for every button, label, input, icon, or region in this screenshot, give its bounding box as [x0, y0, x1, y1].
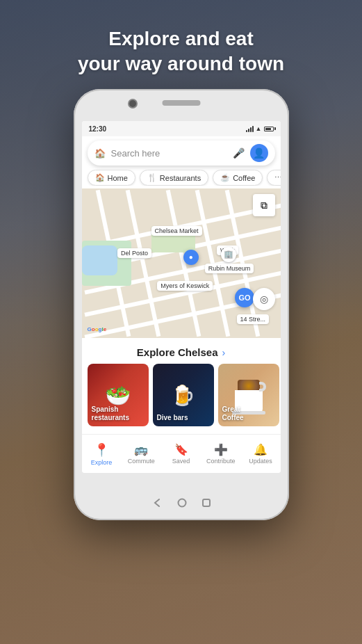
nav-contribute[interactable]: ➕ Contribute — [201, 439, 240, 469]
filter-restaurants[interactable]: 🍴 Restaurants — [140, 170, 208, 186]
explore-title: Explore Chelsea — [137, 346, 218, 358]
category-cards: 🥗 Spanishrestaurants 🍺 Dive bars — [82, 364, 281, 426]
google-logo: Google — [88, 326, 107, 332]
nav-saved[interactable]: 🔖 Saved — [161, 439, 201, 469]
explore-nav-icon: 📍 — [94, 442, 109, 458]
explore-nav-label: Explore — [91, 459, 113, 466]
wifi-icon: ▲ — [256, 125, 262, 132]
status-time: 12:30 — [89, 125, 107, 133]
phone-frame: 12:30 ▲ 🏠 Search here 🎤 👤 — [74, 89, 289, 520]
food-emoji: 🥗 — [105, 383, 131, 408]
spanish-card-label: Spanishrestaurants — [92, 405, 129, 422]
phone-controls — [74, 498, 289, 508]
contribute-nav-label: Contribute — [206, 458, 236, 465]
bottom-nav: 📍 Explore 🚌 Commute 🔖 Saved ➕ Contribute… — [82, 434, 281, 473]
filter-restaurants-label: Restaurants — [160, 174, 201, 182]
recents-button[interactable] — [202, 499, 211, 507]
commute-nav-label: Commute — [128, 458, 155, 465]
delposto-label: Del Posto — [117, 248, 151, 258]
dive-bars-card[interactable]: 🍺 Dive bars — [153, 364, 214, 426]
work-marker: 🏢 — [221, 247, 236, 262]
signal-bars-icon — [246, 125, 254, 132]
chelsea-market-label: Chelsea Market — [151, 226, 202, 236]
layers-icon: ⧉ — [261, 200, 268, 211]
updates-nav-label: Updates — [249, 458, 272, 465]
restaurants-filter-icon: 🍴 — [147, 173, 157, 182]
saved-nav-label: Saved — [172, 458, 190, 465]
phone-camera — [129, 100, 136, 107]
explore-section: Explore Chelsea › 🥗 Spanishrestaurants 🍺 — [82, 338, 281, 426]
microphone-icon[interactable]: 🎤 — [233, 147, 245, 159]
svg-point-0 — [178, 499, 186, 507]
filter-coffee[interactable]: ☕ Coffee — [213, 170, 263, 186]
filter-chips: 🏠 Home 🍴 Restaurants ☕ Coffee ⋯ — [82, 170, 281, 186]
hero-line1: Explore and eat — [0, 26, 362, 51]
map-area[interactable]: Chelsea Market Work Rubin Museum Myers o… — [82, 188, 281, 338]
status-bar: 12:30 ▲ — [82, 121, 281, 136]
search-bar[interactable]: 🏠 Search here 🎤 👤 — [88, 140, 275, 166]
battery-icon — [264, 127, 274, 131]
saved-nav-icon: 🔖 — [174, 443, 188, 456]
home-button[interactable] — [177, 498, 187, 508]
street-label: 14 Stre... — [237, 314, 270, 324]
commute-nav-icon: 🚌 — [134, 443, 148, 456]
nav-commute[interactable]: 🚌 Commute — [122, 439, 161, 469]
divebars-card-label: Dive bars — [157, 414, 188, 422]
back-button[interactable] — [152, 498, 162, 508]
divebars-emoji: 🍺 — [171, 384, 195, 407]
nav-explore[interactable]: 📍 Explore — [82, 438, 122, 470]
explore-chevron-icon[interactable]: › — [222, 347, 226, 358]
layers-button[interactable]: ⧉ — [253, 194, 275, 216]
avatar-icon: 👤 — [253, 147, 265, 159]
current-location-marker: ● — [183, 250, 199, 265]
coffee-filter-icon: ☕ — [220, 173, 230, 182]
locate-button[interactable]: ◎ — [253, 288, 275, 310]
hero-text: Explore and eat your way around town — [0, 26, 362, 77]
home-icon: 🏠 — [94, 148, 106, 159]
contribute-nav-icon: ➕ — [214, 443, 228, 456]
filter-home-label: Home — [108, 174, 128, 182]
status-icons: ▲ — [246, 125, 274, 132]
search-input[interactable]: Search here — [111, 148, 227, 159]
account-avatar[interactable]: 👤 — [250, 144, 268, 162]
myers-label: Myers of Keswick — [157, 281, 213, 291]
filter-home[interactable]: 🏠 Home — [88, 170, 135, 186]
spanish-restaurants-card[interactable]: 🥗 Spanishrestaurants — [88, 364, 149, 426]
more-filter-icon: ⋯ — [274, 173, 280, 182]
hero-line2: your way around town — [0, 51, 362, 77]
filter-more[interactable]: ⋯ — [267, 170, 280, 186]
nav-updates[interactable]: 🔔 Updates — [240, 439, 280, 469]
coffee-card[interactable]: GreatCoffee — [218, 364, 279, 426]
phone-speaker — [162, 100, 200, 106]
phone-screen: 12:30 ▲ 🏠 Search here 🎤 👤 — [82, 121, 281, 473]
updates-nav-icon: 🔔 — [254, 443, 268, 456]
filter-coffee-label: Coffee — [233, 174, 255, 182]
go-label: GO — [238, 293, 250, 302]
svg-rect-1 — [203, 499, 210, 506]
locate-icon: ◎ — [260, 293, 268, 305]
coffee-card-label: GreatCoffee — [222, 405, 244, 422]
home-filter-icon: 🏠 — [95, 173, 105, 182]
go-button[interactable]: GO — [235, 288, 254, 307]
explore-header: Explore Chelsea › — [82, 344, 281, 364]
rubin-museum-label: Rubin Museum — [205, 264, 254, 273]
